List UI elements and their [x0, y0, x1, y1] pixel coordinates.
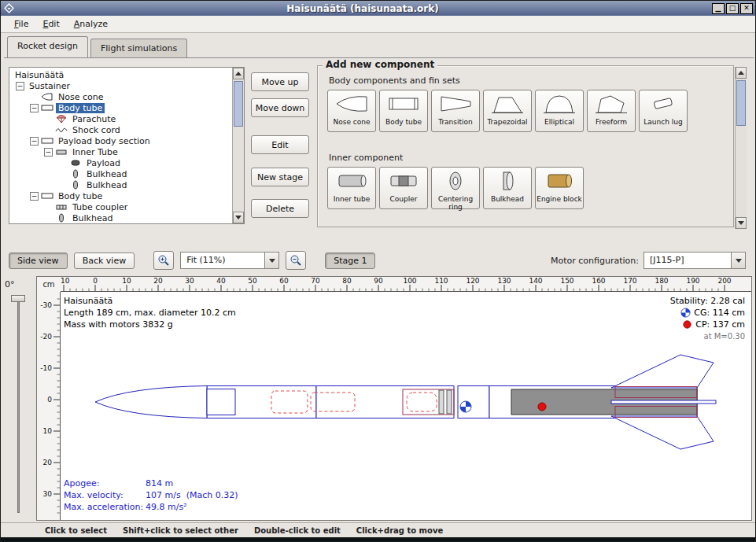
svg-text:140: 140 — [529, 277, 542, 285]
tab-flight-simulations[interactable]: Flight simulations — [90, 39, 187, 57]
chevron-down-icon[interactable] — [264, 253, 278, 268]
nose-cone-shape — [95, 386, 207, 418]
palette-bulkhead-button[interactable]: Bulkhead — [483, 167, 532, 209]
scroll-up-icon[interactable] — [736, 67, 747, 79]
mach-condition: at M=0.30 — [670, 330, 745, 342]
tree-expander-icon[interactable]: − — [30, 104, 39, 112]
design-canvas-area: 0° cm -100102030405060708090100110120130… — [1, 276, 756, 522]
svg-text:-10: -10 — [40, 364, 52, 372]
tree-item[interactable]: Parachute — [9, 113, 232, 124]
new-stage-button[interactable]: New stage — [251, 168, 309, 186]
window-bottom-edge — [1, 537, 755, 542]
menu-file[interactable]: File — [7, 17, 35, 31]
palette-freeform-button[interactable]: Freeform — [587, 90, 636, 132]
tree-item-label: Bulkhead — [84, 180, 129, 190]
tree-expander-icon[interactable]: − — [16, 82, 24, 90]
move-down-button[interactable]: Move down — [251, 98, 309, 117]
motor-configuration-select[interactable]: [J115-P] — [644, 252, 746, 269]
stage-1-toggle[interactable]: Stage 1 — [325, 253, 375, 269]
palette-body-tube-button[interactable]: Body tube — [379, 90, 428, 132]
tree-item[interactable]: Tube coupler — [9, 201, 232, 212]
side-view-button[interactable]: Side view — [9, 253, 68, 269]
tree-item[interactable]: Bulkhead — [9, 179, 232, 190]
palette-scrollbar[interactable] — [735, 67, 747, 229]
palette-nose-cone-button[interactable]: Nose cone — [327, 90, 376, 132]
add-component-title: Add new component — [323, 59, 437, 70]
palette-inner-tube-button[interactable]: Inner tube — [327, 167, 376, 209]
rotation-slider-thumb[interactable] — [11, 295, 25, 302]
zoom-level-select[interactable]: Fit (11%) — [180, 252, 279, 269]
inner-tube-icon — [334, 170, 369, 194]
window-menu-icon[interactable] — [3, 3, 15, 13]
svg-text:30: 30 — [185, 277, 194, 285]
title-bar[interactable]: Haisunäätä (haisunaata.ork) ▁ □ ✕ — [1, 1, 755, 16]
tree-item[interactable]: Payload — [9, 157, 232, 168]
horizontal-ruler: -100102030405060708090100110120130140150… — [61, 277, 751, 292]
scrollbar-thumb[interactable] — [736, 80, 746, 126]
menu-analyze[interactable]: Analyze — [67, 17, 115, 31]
svg-text:40: 40 — [216, 277, 226, 285]
lower-fin-shape — [611, 416, 714, 449]
palette-coupler-button[interactable]: Coupler — [379, 167, 428, 209]
minimize-button[interactable]: ▁ — [712, 3, 725, 14]
tree-item[interactable]: Shock cord — [9, 124, 232, 135]
tree-item[interactable]: −Sustainer — [9, 80, 232, 91]
component-tree[interactable]: Haisunäätä−SustainerNose cone−Body tubeP… — [9, 68, 232, 223]
palette-elliptical-button[interactable]: Elliptical — [535, 90, 584, 132]
rotation-angle-label: 0° — [5, 279, 15, 289]
tree-item[interactable]: −Body tube — [9, 190, 232, 201]
delete-button[interactable]: Delete — [251, 199, 309, 218]
tree-item[interactable]: −Inner Tube — [9, 146, 232, 157]
scroll-up-icon[interactable] — [233, 68, 244, 79]
tree-scrollbar[interactable] — [232, 68, 244, 223]
close-button[interactable]: ✕ — [740, 3, 753, 14]
tab-rocket-design[interactable]: Rocket design — [7, 36, 88, 57]
palette-transition-button[interactable]: Transition — [431, 90, 480, 132]
rocket-canvas[interactable]: Haisunäätä Length 189 cm, max. diameter … — [61, 292, 751, 520]
maximize-button[interactable]: □ — [726, 3, 739, 14]
palette-launch-lug-button[interactable]: Launch lug — [639, 90, 688, 132]
tree-expander-icon[interactable]: − — [30, 137, 39, 146]
tree-item[interactable]: Nose cone — [9, 91, 232, 102]
tree-item-label: Tube coupler — [70, 202, 130, 212]
svg-text:100: 100 — [403, 277, 416, 285]
app-window: Haisunäätä (haisunaata.ork) ▁ □ ✕ File E… — [0, 0, 756, 542]
edit-button[interactable]: Edit — [251, 135, 309, 154]
tree-item[interactable]: Haisunäätä — [9, 69, 232, 80]
apogee-value: 814 m — [146, 477, 173, 489]
svg-text:190: 190 — [686, 277, 699, 285]
tree-item[interactable]: −Payload body section — [9, 135, 232, 146]
launch-lug-icon — [646, 93, 680, 117]
nose-cone-icon — [41, 92, 53, 101]
svg-text:110: 110 — [434, 277, 448, 285]
chevron-down-icon[interactable] — [731, 253, 745, 268]
tree-expander-icon[interactable]: − — [30, 192, 39, 201]
scroll-down-icon[interactable] — [233, 212, 244, 223]
tree-item[interactable]: −Body tube — [9, 102, 232, 113]
rotation-slider-strip: 0° — [1, 276, 36, 522]
vertical-ruler: -30-20-100102030 — [37, 292, 61, 520]
svg-text:160: 160 — [592, 277, 605, 285]
palette-trapezoidal-button[interactable]: Trapezoidal — [483, 90, 532, 132]
scroll-down-icon[interactable] — [736, 217, 747, 229]
svg-text:90: 90 — [374, 277, 383, 285]
scrollbar-thumb[interactable] — [234, 81, 243, 127]
tree-expander-icon[interactable]: − — [44, 148, 53, 157]
body-tube-icon — [41, 136, 53, 146]
cg-value: CG: 114 cm — [694, 307, 745, 319]
svg-text:-10: -10 — [61, 277, 70, 285]
palette-engine-block-button[interactable]: Engine block — [535, 167, 584, 209]
back-view-button[interactable]: Back view — [74, 253, 135, 269]
tree-item-label: Body tube — [56, 191, 105, 201]
zoom-in-button[interactable] — [153, 251, 174, 270]
menu-edit[interactable]: Edit — [35, 17, 66, 31]
rotation-slider-track[interactable] — [17, 297, 20, 513]
cg-symbol — [460, 401, 471, 412]
palette-centering-ring-button[interactable]: Centering ring — [431, 167, 480, 209]
cg-icon — [680, 308, 691, 318]
zoom-out-button[interactable] — [286, 251, 306, 270]
tree-item[interactable]: Bulkhead — [9, 212, 232, 223]
svg-text:-30: -30 — [40, 301, 52, 309]
tree-item[interactable]: Bulkhead — [9, 168, 232, 179]
move-up-button[interactable]: Move up — [251, 72, 309, 91]
